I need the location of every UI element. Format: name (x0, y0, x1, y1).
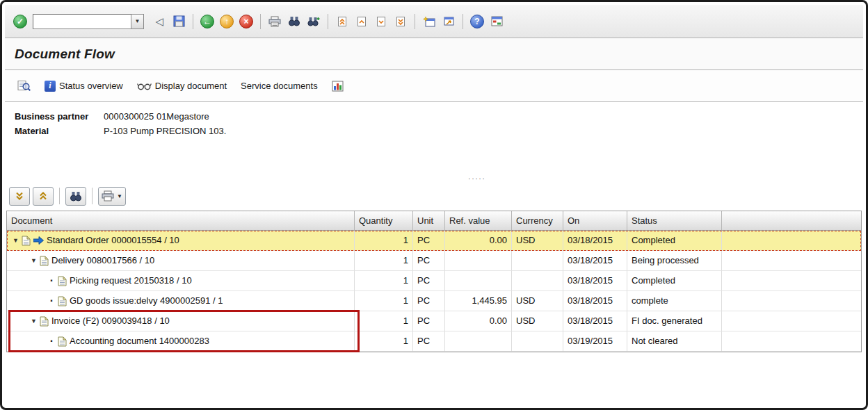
toolbar-separator (59, 188, 60, 204)
filler-cell (722, 311, 861, 331)
application-toolbar: i Status overview Display document Servi… (5, 70, 863, 102)
cancel-icon: × (239, 15, 253, 28)
help-button[interactable]: ? (467, 13, 487, 31)
unit-cell: PC (413, 311, 445, 331)
document-icon (40, 316, 49, 327)
service-documents-label: Service documents (241, 81, 318, 91)
last-page-button[interactable] (391, 13, 410, 31)
toolbar-separator (415, 14, 415, 29)
previous-page-button[interactable] (352, 13, 371, 31)
tree-print-button[interactable]: ▼ (98, 187, 126, 206)
first-page-button[interactable] (332, 13, 352, 31)
on-date-cell: 03/18/2015 (563, 291, 627, 311)
document-label[interactable]: GD goods issue:delvy 4900002591 / 1 (70, 291, 223, 311)
unit-cell: PC (413, 231, 445, 251)
toolbar-separator (193, 14, 193, 29)
column-header-unit[interactable]: Unit (413, 211, 445, 231)
document-label[interactable]: Delivery 0080017566 / 10 (51, 251, 154, 270)
hide-command-bar-button[interactable]: ◁ (150, 13, 169, 31)
filler-cell (722, 251, 861, 271)
create-shortcut-button[interactable] (439, 13, 458, 31)
toolbar-separator (463, 14, 463, 29)
toolbar-separator (260, 14, 261, 29)
back-icon: ← (200, 15, 214, 28)
table-header: Document Quantity Unit Ref. value Curren… (7, 211, 861, 231)
forward-arrow-icon (33, 236, 44, 245)
document-label[interactable]: Accounting document 1400000283 (70, 331, 209, 351)
on-date-cell: 03/18/2015 (563, 311, 627, 331)
display-document-button[interactable]: Display document (131, 76, 232, 96)
filler-cell (722, 231, 861, 251)
exit-button[interactable]: ↑ (217, 13, 236, 31)
material-line: MaterialP-103 Pump PRECISION 103. (15, 124, 863, 138)
command-dropdown-button[interactable]: ▼ (131, 14, 144, 29)
create-shortcut-icon (443, 16, 455, 27)
currency-cell: USD (512, 291, 563, 311)
cancel-button[interactable]: × (236, 13, 256, 31)
material-label: Material (15, 124, 104, 138)
collapse-all-button[interactable] (9, 187, 30, 206)
status-cell: Not cleared (627, 331, 722, 352)
table-row-picking-request[interactable]: · Picking request 20150318 / 10 1 PC 03/… (7, 271, 861, 291)
filler-cell (722, 331, 861, 352)
column-header-on[interactable]: On (563, 211, 627, 231)
column-header-filler (722, 211, 861, 231)
expand-all-button[interactable] (33, 187, 54, 206)
table-row-invoice[interactable]: ▼ Invoice (F2) 0090039418 / 10 1 PC 0.00… (7, 311, 861, 331)
quantity-cell: 1 (355, 271, 413, 291)
choose-detail-button[interactable] (12, 76, 36, 96)
print-icon (268, 16, 281, 27)
print-button[interactable] (265, 13, 284, 31)
tree-expander-icon[interactable]: ▼ (10, 231, 21, 250)
quantity-cell: 1 (355, 331, 413, 352)
document-flow-chart-button[interactable] (326, 76, 349, 96)
business-partner-value: 0000300025 01Megastore (104, 111, 209, 122)
table-body: ▼ Standard Order 0000015554 / 10 1 PC 0.… (7, 231, 861, 352)
column-header-quantity[interactable]: Quantity (355, 211, 413, 231)
status-cell: FI doc. generated (627, 311, 722, 331)
save-button[interactable] (169, 13, 188, 31)
document-label[interactable]: Picking request 20150318 / 10 (70, 271, 192, 290)
previous-page-icon (357, 16, 367, 27)
command-input[interactable] (33, 14, 131, 29)
document-label[interactable]: Invoice (F2) 0090039418 / 10 (51, 311, 170, 331)
tree-expander-icon[interactable]: ▼ (29, 251, 39, 270)
tree-find-button[interactable] (65, 187, 86, 206)
quantity-cell: 1 (355, 231, 413, 251)
table-row-goods-issue[interactable]: · GD goods issue:delvy 4900002591 / 1 1 … (7, 291, 861, 311)
enter-button[interactable]: ✓ (10, 13, 30, 31)
find-button[interactable] (284, 13, 304, 31)
exit-icon: ↑ (220, 15, 234, 28)
first-page-icon (337, 16, 347, 27)
document-icon (40, 256, 49, 266)
document-label[interactable]: Standard Order 0000015554 / 10 (47, 231, 179, 250)
customize-layout-button[interactable] (487, 13, 506, 31)
table-row-delivery[interactable]: ▼ Delivery 0080017566 / 10 1 PC 03/18/20… (7, 251, 861, 271)
status-cell: Completed (627, 231, 722, 251)
ref-value-cell (445, 331, 512, 352)
document-icon (58, 336, 67, 347)
find-icon (70, 191, 82, 202)
status-cell: Being processed (627, 251, 722, 271)
new-session-button[interactable] (419, 13, 439, 31)
column-header-document[interactable]: Document (7, 211, 355, 231)
document-icon (22, 236, 31, 246)
tree-toolbar: ▼ (5, 181, 863, 211)
back-button[interactable]: ← (198, 13, 217, 31)
column-header-status[interactable]: Status (627, 211, 722, 231)
title-bar: Document Flow (5, 38, 863, 70)
tree-expander-icon[interactable]: ▼ (29, 311, 39, 331)
splitter-handle[interactable]: ..... (468, 173, 485, 180)
next-page-button[interactable] (371, 13, 391, 31)
find-next-button[interactable] (304, 13, 323, 31)
status-overview-button[interactable]: i Status overview (39, 76, 129, 96)
unit-cell: PC (413, 251, 445, 271)
new-session-icon (423, 16, 435, 27)
column-header-currency[interactable]: Currency (512, 211, 563, 231)
table-row-accounting-document[interactable]: · Accounting document 1400000283 1 PC 03… (7, 331, 861, 352)
column-header-ref-value[interactable]: Ref. value (445, 211, 512, 231)
table-row-standard-order[interactable]: ▼ Standard Order 0000015554 / 10 1 PC 0.… (7, 231, 861, 251)
service-documents-button[interactable]: Service documents (235, 76, 323, 96)
status-overview-label: Status overview (59, 81, 123, 91)
save-icon (173, 15, 185, 27)
